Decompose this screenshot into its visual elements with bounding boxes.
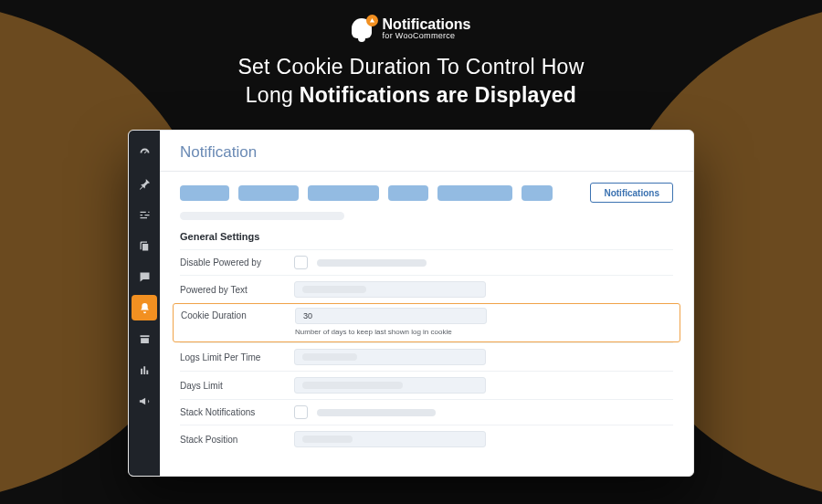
placeholder-bar <box>317 259 427 267</box>
row-disable-powered-by: Disable Powered by <box>180 249 673 275</box>
input-powered-by-text[interactable] <box>294 281 486 298</box>
placeholder-bar <box>317 409 436 416</box>
page-title: Notification <box>180 143 673 162</box>
input-cookie-duration[interactable]: 30 <box>295 308 487 324</box>
label-stack-notifications: Stack Notifications <box>180 407 294 417</box>
bell-icon <box>352 16 375 40</box>
announce-icon[interactable] <box>129 386 160 415</box>
row-powered-by-text: Powered by Text <box>180 275 673 303</box>
hint-cookie-duration: Number of days to keep last shown log in… <box>295 328 452 336</box>
app-window: Notification Notifications General Setti… <box>128 130 694 477</box>
archive-icon[interactable] <box>129 324 160 353</box>
checkbox-stack-notifications[interactable] <box>294 405 308 419</box>
highlighted-row: Cookie Duration 30 Number of days to kee… <box>173 303 680 342</box>
stats-icon[interactable] <box>129 355 160 384</box>
tab-placeholder[interactable] <box>388 185 428 201</box>
section-heading: General Settings <box>180 231 673 242</box>
headline: Set Cookie Duration To Control How Long … <box>237 53 584 110</box>
tune-icon[interactable] <box>129 200 160 229</box>
row-days-limit: Days Limit <box>180 371 673 399</box>
input-stack-position[interactable] <box>294 431 486 447</box>
notifications-icon[interactable] <box>132 295 157 320</box>
tab-placeholder[interactable] <box>522 185 553 201</box>
input-days-limit[interactable] <box>294 377 486 394</box>
comment-icon[interactable] <box>129 262 160 291</box>
dashboard-icon[interactable] <box>129 138 160 167</box>
label-powered-by-text: Powered by Text <box>180 285 294 295</box>
row-stack-position: Stack Position <box>180 425 673 453</box>
row-logs-limit: Logs Limit Per Time <box>180 342 673 371</box>
label-logs-limit: Logs Limit Per Time <box>180 352 294 362</box>
input-logs-limit[interactable] <box>294 349 486 365</box>
tab-placeholder[interactable] <box>238 185 299 201</box>
copy-icon[interactable] <box>129 231 160 260</box>
label-cookie-duration: Cookie Duration <box>181 308 295 320</box>
label-stack-position: Stack Position <box>180 435 294 445</box>
label-disable-powered-by: Disable Powered by <box>180 257 294 268</box>
divider <box>160 171 693 172</box>
brand-logo: Notifications for WooCommerce <box>352 16 471 40</box>
tab-bar: Notifications <box>180 183 673 203</box>
brand-name: Notifications <box>383 17 471 32</box>
brand-subtitle: for WooCommerce <box>383 32 471 40</box>
tab-placeholder[interactable] <box>437 185 512 201</box>
placeholder-bar <box>180 212 344 220</box>
pin-icon[interactable] <box>129 169 160 198</box>
sidebar <box>129 131 160 476</box>
label-days-limit: Days Limit <box>180 381 294 391</box>
tab-notifications[interactable]: Notifications <box>590 183 673 203</box>
tab-placeholder[interactable] <box>180 185 229 201</box>
checkbox-disable-powered-by[interactable] <box>294 256 308 269</box>
row-stack-notifications: Stack Notifications <box>180 399 673 425</box>
tab-placeholder[interactable] <box>308 185 379 201</box>
